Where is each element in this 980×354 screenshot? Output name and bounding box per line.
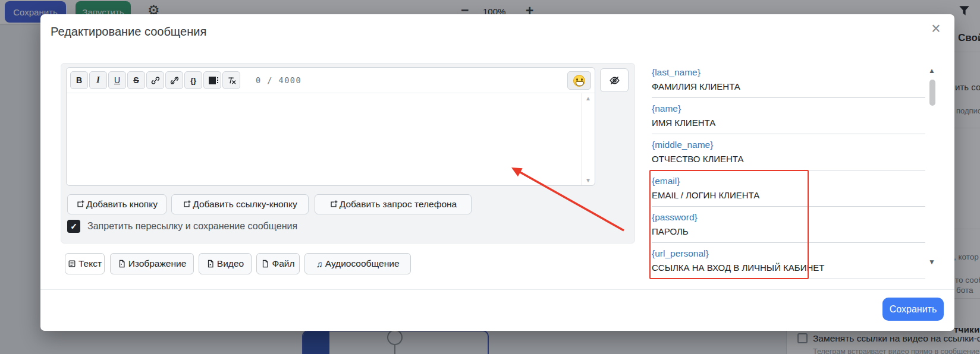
- variable-key: {last_name}: [652, 67, 925, 78]
- emoji-icon: [573, 75, 585, 87]
- add-element-icon: [76, 200, 84, 208]
- clear-format-icon: [227, 76, 236, 85]
- add-element-icon: [329, 200, 338, 208]
- variable-label: ПАРОЛЬ: [652, 226, 925, 236]
- variable-key: {name}: [652, 103, 925, 114]
- scroll-down-icon[interactable]: ▼: [582, 177, 595, 184]
- add-phone-request-button[interactable]: Добавить запрос телефона: [315, 194, 472, 214]
- text-icon: [68, 260, 76, 268]
- variable-item-url-personal[interactable]: {url_personal} ССЫЛКА НА ВХОД В ЛИЧНЫЙ К…: [652, 243, 925, 279]
- tab-label: Видео: [217, 258, 244, 269]
- panel-scrollbar-thumb[interactable]: [929, 80, 935, 106]
- tab-video[interactable]: Видео: [199, 253, 252, 274]
- rich-text-editor: B I U S {}: [66, 67, 595, 186]
- save-button[interactable]: Сохранить: [882, 298, 944, 321]
- tab-image[interactable]: Изображение: [110, 253, 194, 274]
- spoiler-icon: [209, 77, 216, 84]
- panel-scroll-down-icon[interactable]: ▼: [928, 258, 935, 266]
- variable-label: EMAIL / ЛОГИН КЛИЕНТА: [652, 190, 925, 200]
- emoji-picker-button[interactable]: [567, 71, 591, 90]
- variable-item-password[interactable]: {password} ПАРОЛЬ: [652, 207, 925, 243]
- image-file-icon: [118, 260, 126, 268]
- tab-label: Изображение: [128, 258, 187, 269]
- tab-label: Аудиосообщение: [325, 258, 400, 269]
- forbid-forwarding-checkbox[interactable]: ✓: [67, 220, 80, 233]
- footer-divider: [40, 289, 954, 290]
- tab-label: Файл: [272, 258, 294, 269]
- edit-message-modal: Редактирование сообщения × B I U S {: [40, 14, 954, 331]
- add-button-label: Добавить кнопку: [86, 199, 158, 210]
- link-off-icon: [170, 76, 179, 85]
- variable-item-name[interactable]: {name} ИМЯ КЛИЕНТА: [652, 98, 925, 134]
- variable-key: {password}: [652, 212, 925, 223]
- variable-key: {url_personal}: [652, 248, 925, 259]
- editor-toolbar: B I U S {}: [67, 68, 595, 93]
- panel-scroll-up-icon[interactable]: ▲: [928, 67, 935, 75]
- tab-file[interactable]: Файл: [256, 253, 300, 274]
- spoiler-button[interactable]: [203, 71, 221, 89]
- modal-title: Редактирование сообщения: [51, 25, 206, 39]
- variable-label: ССЫЛКА НА ВХОД В ЛИЧНЫЙ КАБИНЕТ: [652, 263, 925, 273]
- tab-audio-message[interactable]: ♫ Аудиосообщение: [304, 253, 411, 274]
- video-file-icon: [206, 260, 215, 268]
- italic-button[interactable]: I: [89, 71, 107, 89]
- underline-button[interactable]: U: [108, 71, 126, 89]
- variable-key: {email}: [652, 176, 925, 187]
- hide-preview-button[interactable]: [600, 68, 629, 92]
- variable-item-email[interactable]: {email} EMAIL / ЛОГИН КЛИЕНТА: [652, 170, 925, 207]
- link-icon: [151, 76, 160, 85]
- add-element-icon: [183, 200, 191, 208]
- remove-link-button[interactable]: [165, 71, 183, 89]
- tab-text[interactable]: Текст: [65, 253, 105, 274]
- clear-formatting-button[interactable]: [222, 71, 240, 89]
- variable-item-middle-name[interactable]: {middle_name} ОТЧЕСТВО КЛИЕНТА: [652, 134, 925, 170]
- message-textarea[interactable]: ▲ ▼: [67, 93, 595, 185]
- variable-key: {middle_name}: [652, 140, 925, 150]
- bold-button[interactable]: B: [70, 71, 88, 89]
- variable-label: ФАМИЛИЯ КЛИЕНТА: [652, 81, 925, 91]
- message-editor-panel: B I U S {}: [61, 63, 635, 244]
- add-button-label: Добавить запрос телефона: [340, 199, 457, 210]
- character-counter: 0 / 4000: [256, 75, 301, 85]
- strikethrough-button[interactable]: S: [127, 71, 145, 89]
- insert-link-button[interactable]: [146, 71, 164, 89]
- variable-item-last-name[interactable]: {last_name} ФАМИЛИЯ КЛИЕНТА: [652, 62, 925, 98]
- file-icon: [261, 260, 269, 268]
- add-button-label: Добавить ссылку-кнопку: [193, 199, 297, 210]
- variables-list: {last_name} ФАМИЛИЯ КЛИЕНТА {name} ИМЯ К…: [652, 62, 925, 279]
- textarea-scrollbar[interactable]: ▲ ▼: [581, 93, 595, 185]
- add-link-button-button[interactable]: Добавить ссылку-кнопку: [171, 194, 309, 214]
- scroll-up-icon[interactable]: ▲: [582, 95, 595, 102]
- tab-label: Текст: [78, 258, 102, 269]
- eye-off-icon: [609, 75, 620, 86]
- add-button-button[interactable]: Добавить кнопку: [67, 194, 167, 214]
- forbid-forwarding-row: ✓ Запретить пересылку и сохранение сообщ…: [67, 220, 297, 233]
- music-note-icon: ♫: [316, 259, 322, 269]
- forbid-forwarding-label: Запретить пересылку и сохранение сообщен…: [87, 221, 297, 232]
- variable-label: ИМЯ КЛИЕНТА: [652, 118, 925, 128]
- variable-label: ОТЧЕСТВО КЛИЕНТА: [652, 154, 925, 164]
- code-button[interactable]: {}: [184, 71, 202, 89]
- close-icon[interactable]: ×: [926, 19, 946, 38]
